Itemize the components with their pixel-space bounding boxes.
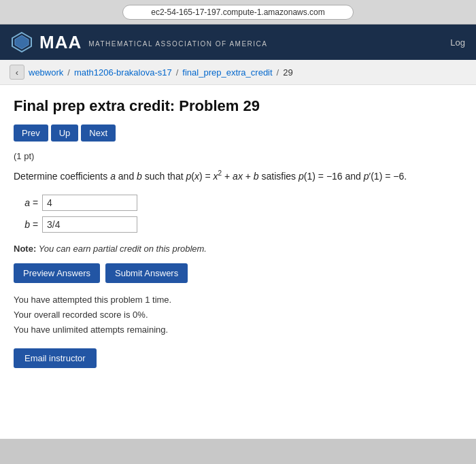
note-body: You can earn partial credit on this prob… — [39, 244, 207, 254]
main-content: Final prep extra credit: Problem 29 Prev… — [0, 85, 476, 439]
b-input[interactable] — [42, 216, 137, 233]
maa-header: MAA MATHEMATICAL ASSOCIATION OF AMERICA … — [0, 24, 476, 60]
a-label: a = — [14, 197, 42, 208]
breadcrumb-webwork[interactable]: webwork — [29, 67, 63, 78]
a-input-row: a = — [14, 195, 462, 211]
problem-points: (1 pt) — [14, 151, 462, 161]
maa-title: MAA — [39, 32, 82, 53]
breadcrumb-back-button[interactable]: ‹ — [10, 65, 24, 80]
breadcrumb-set[interactable]: final_prep_extra_credit — [182, 67, 272, 78]
attempt-line-2: Your overall recorded score is 0%. — [14, 308, 462, 322]
browser-bar: ec2-54-165-17-197.compute-1.amazonaws.co… — [0, 0, 476, 24]
email-instructor-button[interactable]: Email instructor — [14, 348, 97, 368]
b-input-row: b = — [14, 216, 462, 233]
maa-logo-icon — [11, 31, 33, 53]
preview-answers-button[interactable]: Preview Answers — [14, 263, 100, 283]
breadcrumb-sep-2: / — [176, 67, 179, 78]
attempt-line-1: You have attempted this problem 1 time. — [14, 293, 462, 308]
breadcrumb-course[interactable]: math1206-brakalova-s17 — [74, 67, 172, 78]
attempt-line-3: You have unlimited attempts remaining. — [14, 322, 462, 337]
nav-buttons: Prev Up Next — [14, 125, 462, 142]
b-label: b = — [14, 219, 42, 230]
problem-statement: Determine coefficients a and b such that… — [14, 168, 462, 184]
page-title: Final prep extra credit: Problem 29 — [14, 97, 462, 115]
breadcrumb-sep-1: / — [67, 67, 70, 78]
prev-button[interactable]: Prev — [14, 125, 48, 142]
breadcrumb-problem-number: 29 — [283, 67, 292, 78]
note-prefix: Note: — [14, 244, 36, 254]
submit-answers-button[interactable]: Submit Answers — [105, 263, 188, 283]
note-text: Note: You can earn partial credit on thi… — [14, 244, 462, 254]
address-bar[interactable]: ec2-54-165-17-197.compute-1.amazonaws.co… — [122, 5, 354, 20]
login-link[interactable]: Log — [450, 37, 465, 48]
next-button[interactable]: Next — [81, 125, 116, 142]
action-buttons: Preview Answers Submit Answers — [14, 263, 462, 283]
up-button[interactable]: Up — [51, 125, 79, 142]
a-input[interactable] — [42, 195, 137, 211]
attempt-info: You have attempted this problem 1 time. … — [14, 293, 462, 337]
maa-subtitle: MATHEMATICAL ASSOCIATION OF AMERICA — [88, 36, 267, 48]
breadcrumb-bar: ‹ webwork / math1206-brakalova-s17 / fin… — [0, 60, 476, 85]
svg-marker-1 — [15, 35, 29, 49]
breadcrumb-sep-3: / — [277, 67, 279, 78]
